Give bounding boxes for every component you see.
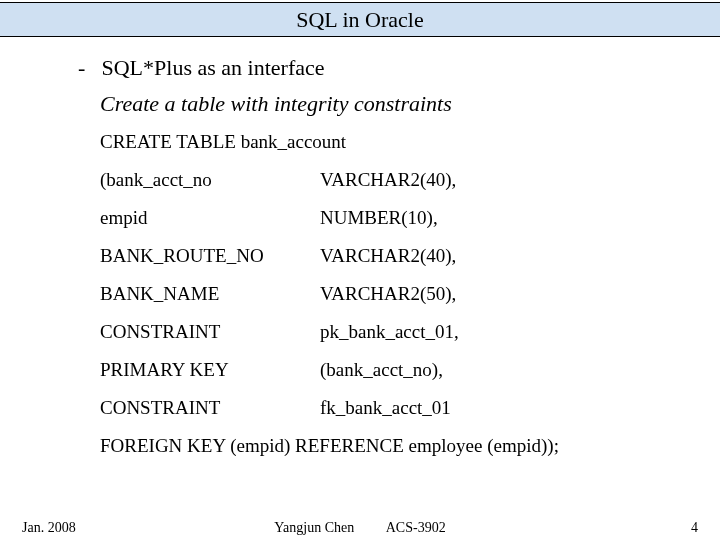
code-block: CREATE TABLE bank_account (bank_acct_no … bbox=[100, 131, 720, 457]
code-col-right: fk_bank_acct_01 bbox=[320, 397, 720, 419]
code-col-right: VARCHAR2(40), bbox=[320, 169, 720, 191]
code-col-right: (bank_acct_no), bbox=[320, 359, 720, 381]
code-col-right: VARCHAR2(40), bbox=[320, 245, 720, 267]
bullet-text: SQL*Plus as an interface bbox=[102, 55, 325, 80]
code-row: PRIMARY KEY (bank_acct_no), bbox=[100, 359, 720, 381]
code-row: empid NUMBER(10), bbox=[100, 207, 720, 229]
code-row: CONSTRAINT pk_bank_acct_01, bbox=[100, 321, 720, 343]
code-col-right: NUMBER(10), bbox=[320, 207, 720, 229]
code-col-left: PRIMARY KEY bbox=[100, 359, 320, 381]
footer-author: Yangjun Chen bbox=[274, 520, 354, 535]
code-col-left: BANK_NAME bbox=[100, 283, 320, 305]
footer-center: Yangjun Chen ACS-3902 bbox=[0, 520, 720, 536]
code-col-left: CONSTRAINT bbox=[100, 321, 320, 343]
code-create: CREATE TABLE bank_account bbox=[100, 131, 720, 153]
bullet-line: - SQL*Plus as an interface bbox=[78, 55, 720, 81]
code-row: BANK_ROUTE_NO VARCHAR2(40), bbox=[100, 245, 720, 267]
code-row: BANK_NAME VARCHAR2(50), bbox=[100, 283, 720, 305]
code-last-line: FOREIGN KEY (empid) REFERENCE employee (… bbox=[100, 435, 720, 457]
code-row: (bank_acct_no VARCHAR2(40), bbox=[100, 169, 720, 191]
code-col-left: (bank_acct_no bbox=[100, 169, 320, 191]
code-col-left: empid bbox=[100, 207, 320, 229]
slide-title: SQL in Oracle bbox=[0, 2, 720, 37]
code-row: CONSTRAINT fk_bank_acct_01 bbox=[100, 397, 720, 419]
code-col-right: pk_bank_acct_01, bbox=[320, 321, 720, 343]
slide-content: - SQL*Plus as an interface Create a tabl… bbox=[0, 37, 720, 457]
footer-page-number: 4 bbox=[691, 520, 698, 536]
code-col-left: BANK_ROUTE_NO bbox=[100, 245, 320, 267]
code-col-right: VARCHAR2(50), bbox=[320, 283, 720, 305]
code-col-left: CONSTRAINT bbox=[100, 397, 320, 419]
footer-course: ACS-3902 bbox=[386, 520, 446, 535]
bullet-dash: - bbox=[78, 55, 96, 81]
subtitle-text: Create a table with integrity constraint… bbox=[100, 91, 720, 117]
